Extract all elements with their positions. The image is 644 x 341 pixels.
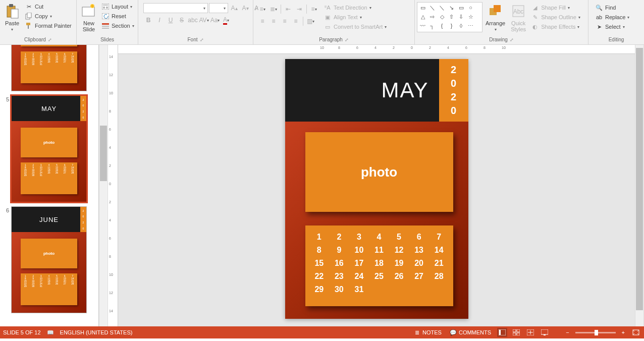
svg-rect-23 — [513, 329, 516, 332]
notes-button[interactable]: ≣NOTES — [411, 329, 444, 336]
spellcheck-icon[interactable]: 📖 — [47, 329, 54, 336]
columns-button[interactable]: ▥▾ — [305, 16, 315, 26]
slide-canvas[interactable]: MAY 2020 photo 1234567891011121314151617… — [285, 59, 468, 319]
shape-line-icon[interactable]: ＼ — [428, 4, 437, 12]
shape-arrowu-icon[interactable]: ⇧ — [447, 13, 456, 21]
reading-view-button[interactable] — [525, 328, 535, 337]
zoom-slider[interactable] — [575, 332, 616, 333]
underline-button[interactable]: U — [166, 15, 176, 25]
thumbnail-slide[interactable]: JUNE2020photo123456789101112131415161718… — [11, 206, 87, 313]
photo-placeholder[interactable]: photo — [305, 132, 453, 212]
italic-button[interactable]: I — [154, 15, 165, 25]
svg-rect-24 — [517, 329, 520, 332]
grow-font-button[interactable]: A▴ — [229, 3, 239, 13]
shrink-font-button[interactable]: A▾ — [240, 3, 250, 13]
shape-star-icon[interactable]: ☆ — [466, 13, 475, 21]
shape-brace2-icon[interactable]: } — [447, 22, 456, 30]
align-left-button[interactable]: ≡ — [257, 16, 267, 26]
replace-button[interactable]: abReplace▾ — [594, 13, 631, 22]
chevron-down-icon: ▾ — [203, 6, 205, 11]
dialog-launcher-icon[interactable]: ⤢ — [345, 37, 349, 42]
quick-styles-button[interactable]: Abc Quick Styles — [508, 2, 528, 33]
shape-arrow-icon[interactable]: ↘ — [447, 4, 456, 12]
align-right-button[interactable]: ≡ — [280, 16, 290, 26]
text-direction-button[interactable]: ᴵᴵAText Direction▾ — [322, 3, 388, 12]
svg-rect-22 — [499, 330, 501, 335]
chevron-down-icon: ▾ — [132, 24, 134, 28]
strikethrough-button[interactable]: S — [177, 15, 187, 25]
shape-brace-icon[interactable]: { — [438, 22, 446, 30]
ribbon: Paste ▾ ✂Cut Copy▾ Format Painter Clipbo… — [0, 0, 644, 45]
svg-rect-28 — [541, 329, 548, 334]
fit-to-window-button[interactable] — [631, 328, 641, 337]
font-family-select[interactable]: ▾ — [143, 3, 208, 13]
find-button[interactable]: 🔍Find — [594, 3, 631, 12]
reset-button[interactable]: Reset — [100, 12, 136, 21]
shape-textbox-icon[interactable]: ▭ — [418, 4, 427, 12]
thumbnail-panel[interactable]: 2020photo1234567891011121314151617181920… — [0, 45, 99, 326]
dialog-launcher-icon[interactable]: ⤢ — [48, 37, 52, 42]
shape-line2-icon[interactable]: ＼ — [438, 4, 446, 12]
justify-button[interactable]: ≡ — [291, 16, 301, 26]
slide-scrollbar[interactable] — [635, 45, 644, 326]
dialog-launcher-icon[interactable]: ⤢ — [200, 37, 204, 42]
line-spacing-button[interactable]: ≡▾ — [309, 4, 319, 14]
copy-button[interactable]: Copy▾ — [23, 12, 73, 21]
dec-indent-button[interactable]: ⇤ — [283, 4, 293, 14]
convert-smartart-button[interactable]: ▭Convert to SmartArt▾ — [322, 22, 388, 31]
cut-button[interactable]: ✂Cut — [23, 2, 73, 11]
inc-indent-button[interactable]: ⇥ — [294, 4, 304, 14]
font-size-select[interactable]: ▾ — [209, 3, 228, 13]
font-color-button[interactable]: A▾ — [221, 15, 231, 25]
shape-effects-button[interactable]: ◐Shape Effects▾ — [529, 22, 582, 31]
zoom-in-button[interactable]: + — [620, 329, 627, 335]
reset-icon — [101, 12, 110, 20]
shape-oval-icon[interactable]: ○ — [466, 4, 475, 12]
thumbnail-slide[interactable]: MAY2020photo1234567891011121314151617181… — [11, 95, 87, 202]
shape-arrowd-icon[interactable]: ⇩ — [457, 13, 465, 21]
status-bar: SLIDE 5 OF 12 📖 ENGLISH (UNITED STATES) … — [0, 326, 644, 338]
numbering-button[interactable]: ≣▾ — [269, 4, 279, 14]
pen-icon: ✎ — [531, 13, 539, 21]
shape-rect-icon[interactable]: ▭ — [457, 4, 465, 12]
paste-button[interactable]: Paste ▾ — [2, 2, 22, 33]
shape-more-icon[interactable]: ⋯ — [466, 22, 475, 30]
dialog-launcher-icon[interactable]: ⤢ — [510, 37, 514, 42]
thumbnail-slide[interactable]: 2020photo1234567891011121314151617181920… — [11, 45, 87, 91]
zoom-handle[interactable] — [595, 330, 598, 335]
language-indicator[interactable]: ENGLISH (UNITED STATES) — [60, 329, 133, 335]
layout-button[interactable]: Layout▾ — [100, 2, 136, 11]
new-slide-button[interactable]: New Slide — [79, 2, 99, 33]
shape-curve-icon[interactable]: 〰 — [418, 22, 427, 30]
scrollbar-thumb[interactable] — [636, 48, 643, 310]
svg-rect-11 — [103, 7, 105, 9]
normal-view-button[interactable] — [497, 328, 507, 337]
sorter-view-button[interactable] — [511, 328, 521, 337]
shape-callout-icon[interactable]: ◊ — [457, 22, 465, 30]
shape-outline-button[interactable]: ✎Shape Outline▾ — [529, 13, 582, 22]
svg-rect-29 — [544, 334, 546, 335]
change-case-button[interactable]: Aa▾ — [210, 15, 220, 25]
select-button[interactable]: ➤Select▾ — [594, 22, 631, 31]
zoom-out-button[interactable]: − — [564, 329, 571, 335]
char-spacing-button[interactable]: AV▾ — [199, 15, 209, 25]
shape-arrowr-icon[interactable]: ⇨ — [428, 13, 437, 21]
shape-tri-icon[interactable]: △ — [418, 13, 427, 21]
shape-connector-icon[interactable]: ┐ — [428, 22, 437, 30]
arrange-button[interactable]: Arrange▾ — [484, 2, 507, 33]
shape-diamond-icon[interactable]: ◇ — [438, 13, 446, 21]
shapes-gallery[interactable]: ▭ ＼ ＼ ↘ ▭ ○ △ ⇨ ◇ ⇧ ⇩ ☆ 〰 ┐ { } ◊ ⋯ — [417, 2, 482, 32]
group-label-editing: Editing — [609, 37, 624, 42]
section-button[interactable]: Section▾ — [100, 21, 136, 30]
scrollbar-thumb[interactable] — [100, 126, 107, 181]
comments-button[interactable]: 💬COMMENTS — [448, 329, 493, 336]
align-text-button[interactable]: ▣Align Text▾ — [322, 13, 388, 22]
format-painter-button[interactable]: Format Painter — [23, 21, 73, 30]
shape-fill-button[interactable]: ◢Shape Fill▾ — [529, 3, 582, 12]
slideshow-view-button[interactable] — [540, 328, 550, 337]
bullets-button[interactable]: ≡▾ — [257, 4, 267, 14]
shadow-button[interactable]: abc — [188, 15, 198, 25]
bold-button[interactable]: B — [143, 15, 153, 25]
align-center-button[interactable]: ≡ — [269, 16, 279, 26]
thumb-scrollbar[interactable] — [99, 45, 108, 326]
